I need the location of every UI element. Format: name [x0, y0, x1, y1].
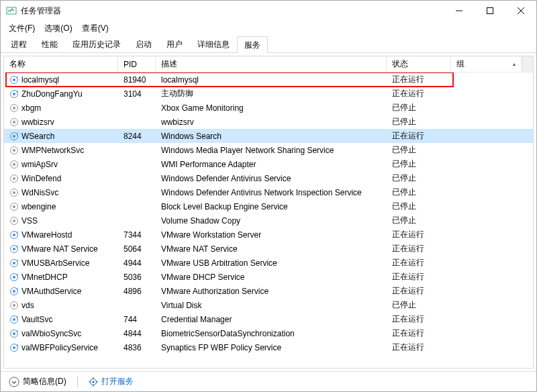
- service-row[interactable]: WSearch8244Windows Search正在运行: [4, 129, 533, 143]
- tab[interactable]: 启动: [128, 36, 159, 52]
- column-header-name[interactable]: 名称: [4, 56, 118, 72]
- svg-point-21: [13, 163, 15, 166]
- cell-name: localmysql: [4, 75, 118, 85]
- cell-name: valWbioSyncSvc: [4, 329, 118, 338]
- open-services-label: 打开服务: [101, 376, 134, 387]
- svg-point-23: [13, 177, 15, 180]
- cell-status: 正在运行: [387, 313, 451, 325]
- menu-item[interactable]: 文件(F): [5, 21, 39, 36]
- service-row[interactable]: wmiApSrvWMI Performance Adapter已停止: [4, 157, 533, 171]
- cell-status: 正在运行: [387, 88, 451, 99]
- open-services-link[interactable]: 打开服务: [86, 375, 136, 389]
- content-area: 名称 PID 描述 状态 组▴ localmysql81940localmysq…: [1, 53, 536, 371]
- service-row[interactable]: WMPNetworkSvcWindows Media Player Networ…: [4, 143, 533, 157]
- close-button[interactable]: [505, 1, 536, 21]
- cell-status: 正在运行: [387, 328, 451, 339]
- svg-point-9: [13, 93, 15, 95]
- titlebar: 任务管理器: [1, 1, 536, 21]
- cell-status: 已停止: [387, 102, 451, 113]
- cell-name: WinDefend: [4, 174, 118, 183]
- cell-status: 正在运行: [387, 243, 451, 254]
- column-header-status[interactable]: 状态: [387, 56, 451, 72]
- cell-desc: 主动防御: [156, 88, 387, 99]
- cell-status: 正在运行: [387, 271, 451, 283]
- cell-name: valWBFPolicyService: [4, 343, 118, 352]
- svg-point-51: [13, 332, 15, 335]
- cell-desc: Block Level Backup Engine Service: [156, 202, 387, 211]
- cell-pid: 3104: [118, 89, 156, 99]
- cell-desc: VMware Workstation Server: [156, 230, 387, 240]
- column-header-group[interactable]: 组▴: [451, 56, 522, 72]
- statusbar-divider: [77, 376, 78, 388]
- cell-name: VMnetDHCP: [4, 273, 118, 282]
- cell-name: VMware NAT Service: [4, 244, 118, 254]
- service-row[interactable]: WdNisSvcWindows Defender Antivirus Netwo…: [4, 185, 533, 199]
- cell-status: 已停止: [387, 187, 451, 198]
- cell-pid: 744: [118, 315, 156, 324]
- column-header-pid[interactable]: PID: [118, 56, 156, 72]
- svg-point-34: [13, 248, 15, 250]
- services-grid: 名称 PID 描述 状态 组▴ localmysql81940localmysq…: [3, 56, 534, 369]
- service-row[interactable]: WinDefendWindows Defender Antivirus Serv…: [4, 171, 533, 185]
- tab[interactable]: 用户: [159, 36, 190, 52]
- maximize-button[interactable]: [475, 1, 505, 21]
- service-row[interactable]: VMAuthdService4896VMware Authorization S…: [4, 284, 533, 298]
- cell-name: VMwareHostd: [4, 230, 118, 240]
- cell-pid: 4844: [118, 329, 156, 338]
- cell-status: 正在运行: [387, 74, 451, 85]
- cell-status: 正在运行: [387, 342, 451, 353]
- chevron-down-circle-icon: [9, 377, 19, 387]
- cell-desc: VMware Authorization Service: [156, 287, 387, 296]
- service-row[interactable]: VSSVolume Shadow Copy已停止: [4, 213, 533, 228]
- cell-desc: Virtual Disk: [156, 301, 387, 310]
- svg-point-54: [13, 346, 15, 349]
- svg-point-16: [13, 135, 15, 138]
- service-row[interactable]: valWbioSyncSvc4844BiometricSensorDataSyn…: [4, 326, 533, 340]
- service-row[interactable]: VMUSBArbService4944VMware USB Arbitratio…: [4, 256, 533, 270]
- service-row[interactable]: vdsVirtual Disk已停止: [4, 298, 533, 312]
- tab[interactable]: 应用历史记录: [65, 36, 128, 52]
- column-header-status-label: 状态: [392, 58, 408, 70]
- service-row[interactable]: localmysql81940localmysql正在运行: [4, 72, 533, 87]
- column-header-pid-label: PID: [124, 60, 137, 69]
- tab[interactable]: 性能: [34, 36, 65, 52]
- app-icon: [6, 5, 17, 16]
- cell-desc: VMware DHCP Service: [156, 273, 387, 282]
- cell-desc: WMI Performance Adapter: [156, 160, 387, 169]
- cell-status: 已停止: [387, 144, 451, 156]
- service-row[interactable]: wbengineBlock Level Backup Engine Servic…: [4, 199, 533, 213]
- cell-desc: Xbox Game Monitoring: [156, 103, 387, 113]
- cell-status: 已停止: [387, 116, 451, 128]
- minimize-button[interactable]: [444, 1, 475, 21]
- tab[interactable]: 详细信息: [190, 36, 237, 52]
- column-header-desc[interactable]: 描述: [156, 56, 387, 72]
- cell-pid: 7344: [118, 230, 156, 240]
- brief-info-button[interactable]: 简略信息(D): [6, 375, 69, 389]
- grid-body[interactable]: localmysql81940localmysql正在运行ZhuDongFang…: [4, 72, 533, 368]
- cell-desc: Windows Defender Antivirus Service: [156, 174, 387, 183]
- menu-item[interactable]: 查看(V): [78, 21, 113, 36]
- cell-desc: Credential Manager: [156, 315, 387, 324]
- cell-desc: Windows Defender Antivirus Network Inspe…: [156, 188, 387, 197]
- menu-item[interactable]: 选项(O): [40, 21, 76, 36]
- brief-info-label: 简略信息(D): [23, 376, 66, 387]
- cell-pid: 81940: [118, 75, 156, 85]
- cell-name: wbengine: [4, 202, 118, 211]
- cell-name: VMUSBArbService: [4, 258, 118, 268]
- svg-point-6: [13, 79, 15, 81]
- cell-status: 正在运行: [387, 285, 451, 297]
- tab[interactable]: 服务: [237, 36, 268, 53]
- service-row[interactable]: ZhuDongFangYu3104主动防御正在运行: [4, 87, 533, 101]
- service-row[interactable]: VMwareHostd7344VMware Workstation Server…: [4, 228, 533, 242]
- service-row[interactable]: VaultSvc744Credential Manager正在运行: [4, 312, 533, 326]
- service-row[interactable]: valWBFPolicyService4836Synaptics FP WBF …: [4, 340, 533, 354]
- statusbar: 简略信息(D) 打开服务: [1, 371, 536, 391]
- service-row[interactable]: VMnetDHCP5036VMware DHCP Service正在运行: [4, 270, 533, 284]
- service-row[interactable]: xbgmXbox Game Monitoring已停止: [4, 101, 533, 115]
- service-row[interactable]: VMware NAT Service5064VMware NAT Service…: [4, 242, 533, 256]
- menubar: 文件(F)选项(O)查看(V): [1, 21, 536, 36]
- tab[interactable]: 进程: [3, 36, 34, 52]
- service-row[interactable]: wwbizsrvwwbizsrv已停止: [4, 115, 533, 129]
- cell-name: VaultSvc: [4, 315, 118, 324]
- svg-rect-2: [487, 8, 493, 14]
